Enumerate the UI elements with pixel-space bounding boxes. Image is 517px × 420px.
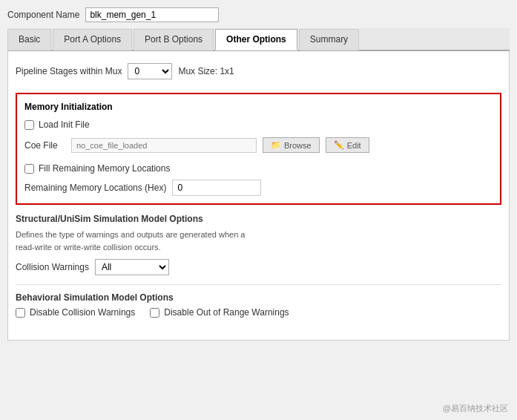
browse-label: Browse (284, 141, 312, 150)
watermark: @易百纳技术社区 (443, 403, 508, 414)
load-init-file-label: Load Init File (39, 119, 90, 130)
tab-basic[interactable]: Basic (7, 29, 51, 50)
disable-collision-label: Disable Collision Warnings (30, 307, 135, 318)
collision-label: Collision Warnings (16, 262, 89, 272)
component-name-label: Component Name (7, 10, 79, 20)
disable-collision-row: Disable Collision Warnings (16, 307, 135, 318)
coe-file-input[interactable] (71, 138, 257, 153)
structural-desc-line1: Defines the type of warnings and outputs… (16, 230, 245, 239)
edit-button[interactable]: ✏️ Edit (326, 137, 369, 153)
fill-remaining-row: Fill Remaining Memory Locations (24, 163, 493, 174)
tab-port-a[interactable]: Port A Options (53, 29, 132, 50)
disable-collision-checkbox[interactable] (16, 308, 25, 318)
behavioral-checkboxes: Disable Collision Warnings Disable Out o… (16, 307, 501, 325)
remaining-hex-row: Remaining Memory Locations (Hex) (24, 180, 493, 196)
mux-size-label: Mux Size: 1x1 (178, 66, 234, 76)
structural-title: Structural/UniSim Simulation Model Optio… (16, 214, 501, 224)
tab-port-b[interactable]: Port B Options (134, 29, 214, 50)
divider (16, 284, 501, 285)
fill-remaining-label: Fill Remaining Memory Locations (39, 163, 170, 174)
collision-row: Collision Warnings All Generate X None (16, 259, 501, 275)
content-area: Pipeline Stages within Mux 0 1 2 Mux Siz… (7, 51, 510, 341)
tabs-container: Basic Port A Options Port B Options Othe… (7, 28, 510, 51)
tab-other-options[interactable]: Other Options (215, 29, 297, 50)
pipeline-stages-label: Pipeline Stages within Mux (16, 66, 122, 76)
structural-desc-line2: read-write or write-write collision occu… (16, 243, 161, 252)
coe-file-row: Coe File 📁 Browse ✏️ Edit (24, 137, 493, 153)
coe-file-label: Coe File (24, 140, 65, 151)
disable-out-of-range-row: Disable Out of Range Warnings (150, 307, 289, 318)
behavioral-section: Behavioral Simulation Model Options Disa… (16, 292, 501, 325)
component-name-input[interactable] (85, 7, 219, 22)
remaining-hex-label: Remaining Memory Locations (Hex) (24, 183, 166, 193)
load-init-file-row: Load Init File (24, 119, 493, 130)
remaining-hex-input[interactable] (172, 180, 261, 196)
edit-icon: ✏️ (334, 140, 344, 150)
behavioral-title: Behavioral Simulation Model Options (16, 292, 501, 303)
collision-warnings-select[interactable]: All Generate X None (95, 259, 169, 275)
main-container: Component Name Basic Port A Options Port… (0, 0, 517, 348)
folder-icon: 📁 (271, 140, 281, 150)
browse-button[interactable]: 📁 Browse (263, 137, 320, 153)
memory-initialization-section: Memory Initialization Load Init File Coe… (16, 93, 501, 205)
edit-label: Edit (347, 141, 361, 150)
structural-desc: Defines the type of warnings and outputs… (16, 229, 501, 253)
tab-summary[interactable]: Summary (299, 29, 359, 50)
fill-remaining-checkbox[interactable] (24, 164, 34, 174)
pipeline-stages-select[interactable]: 0 1 2 (128, 63, 172, 79)
disable-out-of-range-label: Disable Out of Range Warnings (164, 307, 289, 318)
load-init-file-checkbox[interactable] (24, 120, 34, 130)
component-name-row: Component Name (7, 7, 510, 22)
structural-section: Structural/UniSim Simulation Model Optio… (16, 214, 501, 275)
memory-initialization-title: Memory Initialization (24, 102, 493, 112)
disable-out-of-range-checkbox[interactable] (150, 308, 159, 318)
pipeline-row: Pipeline Stages within Mux 0 1 2 Mux Siz… (16, 59, 501, 84)
